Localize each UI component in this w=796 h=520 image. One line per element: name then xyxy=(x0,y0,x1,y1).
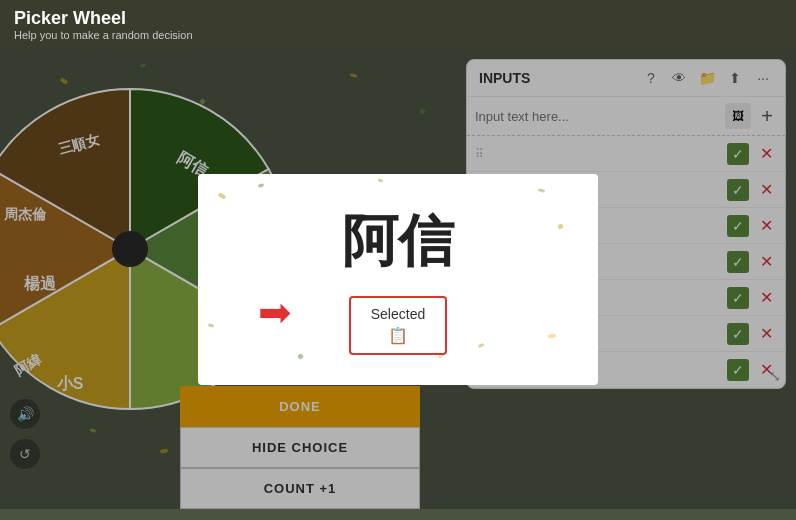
app-subtitle: Help you to make a random decision xyxy=(14,29,782,41)
confetti xyxy=(297,352,304,359)
confetti xyxy=(478,342,485,347)
selected-name: 阿信 xyxy=(342,204,454,280)
confetti xyxy=(538,188,546,193)
arrow-right-icon: ➡ xyxy=(258,289,292,335)
main-area: 阿信 三順女 楊過 小S 阿緯 周杰倫 🔊 ↺ DONE HIDE CHOICE… xyxy=(0,49,796,509)
arrow-container: ➡ xyxy=(258,289,292,335)
confetti xyxy=(218,192,227,199)
modal-overlay: ➡ 阿信 Selected 📋 xyxy=(0,49,796,509)
selected-label: Selected xyxy=(371,306,425,322)
confetti xyxy=(557,223,564,230)
clipboard-icon: 📋 xyxy=(388,326,408,345)
confetti xyxy=(548,333,557,338)
confetti xyxy=(378,178,383,182)
confetti xyxy=(258,183,265,188)
selected-box: Selected 📋 xyxy=(349,296,447,355)
result-modal: ➡ 阿信 Selected 📋 xyxy=(198,174,598,385)
header: Picker Wheel Help you to make a random d… xyxy=(0,0,796,49)
confetti xyxy=(208,323,215,328)
app-title: Picker Wheel xyxy=(14,8,782,29)
